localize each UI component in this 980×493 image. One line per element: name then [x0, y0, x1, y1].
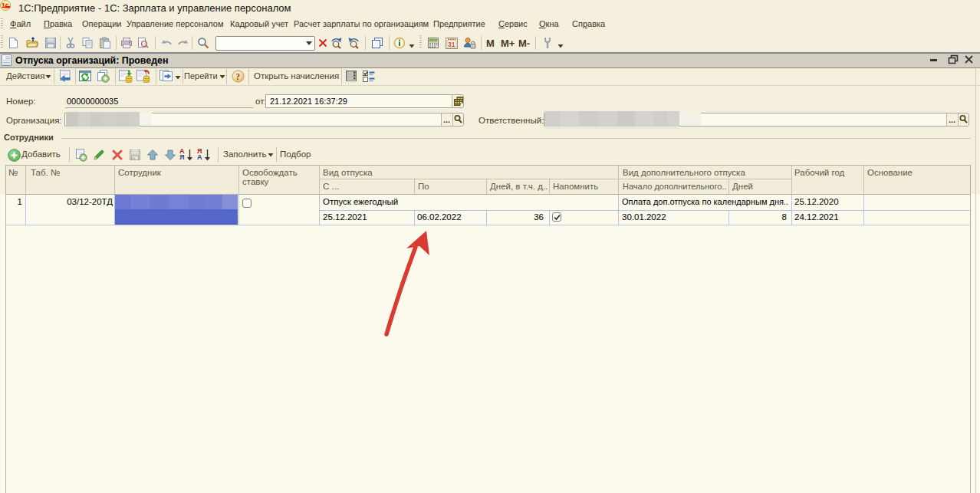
svg-text:ок: ок [132, 156, 136, 160]
svg-text:31: 31 [448, 41, 455, 48]
svg-text:?: ? [235, 72, 240, 81]
